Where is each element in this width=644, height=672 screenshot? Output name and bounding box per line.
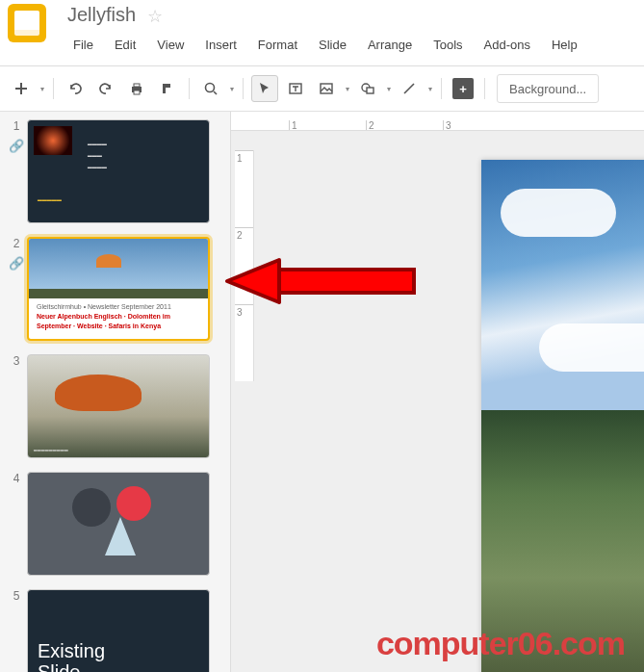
canvas-area[interactable]: 1 2 3 1 2 3 xyxy=(231,112,644,672)
svg-rect-8 xyxy=(279,270,414,293)
svg-rect-7 xyxy=(367,88,374,93)
background-button[interactable]: Background... xyxy=(497,74,599,103)
watermark: computer06.com xyxy=(376,625,625,662)
shape-dropdown[interactable]: ▾ xyxy=(385,85,392,93)
line-dropdown[interactable]: ▾ xyxy=(426,85,433,93)
slide-thumbnail-2[interactable]: Gleitschirmhub • Newsletter September 20… xyxy=(27,237,210,341)
menu-edit[interactable]: Edit xyxy=(105,34,145,56)
star-icon[interactable]: ☆ xyxy=(147,6,163,27)
menu-view[interactable]: View xyxy=(147,34,193,56)
slide-thumbnail-1[interactable]: ━━━━━━━━━━━━━━━━ xyxy=(27,119,210,223)
select-tool[interactable] xyxy=(251,75,278,102)
menu-insert[interactable]: Insert xyxy=(195,34,246,56)
slide-number: 5 xyxy=(13,589,20,603)
menu-help[interactable]: Help xyxy=(542,34,587,56)
zoom-button[interactable] xyxy=(197,75,224,102)
textbox-tool[interactable] xyxy=(282,75,309,102)
slide-number: 1 xyxy=(13,119,20,133)
menu-file[interactable]: File xyxy=(64,34,103,56)
menu-addons[interactable]: Add-ons xyxy=(475,34,540,56)
add-comment-button[interactable]: + xyxy=(450,75,477,102)
link-icon: 🔗 xyxy=(9,256,24,271)
horizontal-ruler: 1 2 3 xyxy=(231,112,644,131)
new-slide-dropdown[interactable]: ▾ xyxy=(39,85,45,93)
redo-button[interactable] xyxy=(92,75,119,102)
document-title[interactable]: Jellyfish xyxy=(62,0,136,32)
menu-format[interactable]: Format xyxy=(248,34,307,56)
undo-button[interactable] xyxy=(62,75,89,102)
svg-rect-5 xyxy=(321,84,332,93)
slide-number: 3 xyxy=(13,354,20,368)
slide-canvas[interactable] xyxy=(481,160,644,672)
slide-thumbnail-5[interactable]: ExistingSlide xyxy=(27,589,210,672)
image-dropdown[interactable]: ▾ xyxy=(344,85,350,93)
menu-tools[interactable]: Tools xyxy=(424,34,472,56)
slide-number: 4 xyxy=(13,472,20,485)
link-icon: 🔗 xyxy=(9,139,24,153)
slide-panel: 1🔗 ━━━━━━━━━━━━━━━━ 2🔗 Gleitschirmhub • … xyxy=(0,112,231,672)
svg-rect-2 xyxy=(134,90,140,94)
paint-format-button[interactable] xyxy=(154,75,181,102)
line-tool[interactable] xyxy=(396,75,423,102)
new-slide-button[interactable] xyxy=(8,75,35,102)
svg-point-3 xyxy=(206,84,215,92)
svg-rect-1 xyxy=(134,84,140,87)
print-button[interactable] xyxy=(123,75,150,102)
slide-thumbnail-4[interactable] xyxy=(27,472,210,576)
slides-logo[interactable] xyxy=(8,4,46,42)
shape-tool[interactable] xyxy=(354,75,381,102)
menu-slide[interactable]: Slide xyxy=(309,34,356,56)
toolbar: ▾ ▾ ▾ ▾ ▾ + Background... xyxy=(0,66,644,112)
slide-thumbnail-3[interactable]: ━━━━━━━━━ xyxy=(27,354,210,458)
zoom-dropdown[interactable]: ▾ xyxy=(228,85,235,93)
image-tool[interactable] xyxy=(313,75,340,102)
menu-bar: File Edit View Insert Format Slide Arran… xyxy=(62,32,644,65)
slide-number: 2 xyxy=(13,237,20,250)
annotation-arrow xyxy=(221,233,424,329)
menu-arrange[interactable]: Arrange xyxy=(358,34,422,56)
